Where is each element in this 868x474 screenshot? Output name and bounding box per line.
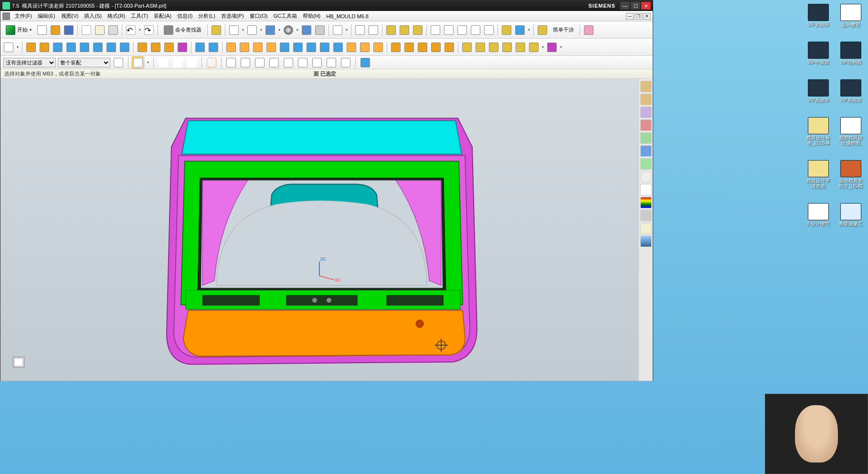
menu-info[interactable]: 信息(I) bbox=[174, 12, 195, 20]
desktop-icon-plastic[interactable]: 塑胶模具设计爆炸图 bbox=[837, 117, 864, 146]
tb-mold7-dd[interactable]: ▾ bbox=[559, 41, 563, 54]
tb-instance[interactable] bbox=[332, 41, 344, 54]
rb-cloud[interactable] bbox=[640, 236, 652, 247]
tb-meas2[interactable] bbox=[443, 24, 455, 36]
rb-nav[interactable] bbox=[640, 81, 652, 92]
tb-mold6-dd[interactable]: ▾ bbox=[541, 41, 545, 54]
tb-part2[interactable] bbox=[398, 24, 411, 36]
desktop-icon-vip2[interactable]: VIP中级班 bbox=[805, 42, 832, 65]
tb-view2[interactable] bbox=[246, 24, 258, 36]
menu-assembly[interactable]: 装配(A) bbox=[151, 12, 174, 20]
menu-tools[interactable]: 工具(T) bbox=[128, 12, 151, 20]
rb-part-nav[interactable] bbox=[640, 94, 652, 105]
tb-meas5[interactable] bbox=[483, 24, 495, 36]
sel-c3[interactable] bbox=[186, 56, 198, 69]
maximize-button[interactable]: ☐ bbox=[631, 2, 640, 10]
menu-edit[interactable]: 编辑(E) bbox=[35, 12, 58, 20]
tb-surf4[interactable] bbox=[430, 41, 442, 54]
desktop-icon-detail[interactable]: 9-设计细节 bbox=[805, 203, 832, 226]
sel-snap1[interactable] bbox=[132, 56, 144, 69]
tb-datum2[interactable] bbox=[38, 41, 51, 54]
snap-pt8[interactable] bbox=[325, 56, 338, 69]
desktop-icon-vip1[interactable]: VIP初级班 bbox=[805, 4, 832, 27]
snap-pt6[interactable] bbox=[296, 56, 309, 69]
tb-wcs1[interactable] bbox=[354, 24, 366, 36]
tb-subtract[interactable] bbox=[149, 41, 162, 54]
tb-shell[interactable] bbox=[265, 41, 277, 54]
snap-pt4[interactable] bbox=[268, 56, 280, 69]
snap-pt2[interactable] bbox=[239, 56, 252, 69]
menu-format[interactable]: 格式(R) bbox=[105, 12, 128, 20]
tb-draft2[interactable] bbox=[252, 41, 264, 54]
snap-pt1[interactable] bbox=[225, 56, 237, 69]
tb-scale[interactable] bbox=[292, 41, 304, 54]
rb-wifi[interactable] bbox=[640, 145, 652, 157]
tb-trim[interactable] bbox=[345, 41, 358, 54]
mdi-restore[interactable]: ❐ bbox=[635, 13, 642, 20]
tb-part3[interactable] bbox=[412, 24, 424, 36]
tb-split[interactable] bbox=[176, 41, 189, 54]
tb-mold7[interactable] bbox=[546, 41, 558, 54]
rb-reuse[interactable] bbox=[640, 119, 652, 131]
tb-mold6[interactable] bbox=[528, 41, 540, 54]
tb-draft[interactable] bbox=[500, 24, 513, 36]
tb-cyl[interactable] bbox=[92, 41, 104, 54]
tb-render-dd[interactable]: ▾ bbox=[296, 24, 299, 36]
save-button[interactable] bbox=[63, 24, 75, 36]
tb-extend[interactable] bbox=[359, 41, 371, 54]
tb-block[interactable] bbox=[78, 41, 91, 54]
sel-arrow[interactable] bbox=[112, 56, 125, 69]
snap-pt9[interactable] bbox=[339, 56, 352, 69]
minimize-button[interactable]: — bbox=[620, 2, 630, 10]
rb-book[interactable] bbox=[640, 158, 652, 170]
tb-revolve[interactable] bbox=[118, 41, 131, 54]
menu-file[interactable]: 文件(F) bbox=[12, 12, 35, 20]
tb-offset[interactable] bbox=[278, 41, 291, 54]
tb-sketch-dd[interactable]: ▾ bbox=[16, 41, 20, 54]
rb-history[interactable] bbox=[640, 132, 652, 144]
desktop-icon-vip3[interactable]: VIP高级班 bbox=[805, 79, 832, 103]
tb-datum[interactable] bbox=[25, 41, 37, 54]
tb-asm1[interactable] bbox=[210, 24, 222, 36]
tb-shade[interactable] bbox=[264, 24, 276, 36]
tb-layer-dd[interactable]: ▾ bbox=[345, 24, 349, 36]
tb-mold3[interactable] bbox=[487, 41, 500, 54]
tb-surf5[interactable] bbox=[443, 41, 455, 54]
sel-c1[interactable] bbox=[157, 56, 169, 69]
tb-meas4[interactable] bbox=[469, 24, 482, 36]
graphics-viewport[interactable]: ZC XC bbox=[0, 79, 653, 381]
tb-curvature[interactable] bbox=[514, 24, 526, 36]
menu-view[interactable]: 视图(V) bbox=[58, 12, 82, 20]
menu-analyze[interactable]: 分析(L) bbox=[195, 12, 218, 20]
menu-hbmould[interactable]: HB_MOULD M6.8 bbox=[323, 13, 371, 19]
tb-pocket[interactable] bbox=[207, 41, 220, 54]
tb-shade-dd[interactable]: ▾ bbox=[277, 24, 281, 36]
tb-pattern[interactable] bbox=[318, 41, 331, 54]
tb-intersect[interactable] bbox=[163, 41, 175, 54]
tb-curv-dd[interactable]: ▾ bbox=[527, 24, 531, 36]
menu-gctoolbox[interactable]: GC工具箱 bbox=[270, 12, 300, 20]
tb-blend[interactable] bbox=[225, 41, 237, 54]
tb-layer[interactable] bbox=[331, 24, 344, 36]
tb-view1-dd[interactable]: ▾ bbox=[241, 24, 245, 36]
undo-dropdown[interactable]: ▾ bbox=[138, 24, 142, 36]
paste-button[interactable] bbox=[107, 24, 119, 36]
tb-surf1[interactable] bbox=[390, 41, 402, 54]
tb-hole[interactable] bbox=[194, 41, 206, 54]
tb-ghost[interactable] bbox=[314, 24, 326, 36]
rb-asm-nav[interactable] bbox=[640, 107, 652, 118]
desktop-icon-angle[interactable]: 角度测量工 bbox=[837, 203, 864, 226]
tb-view1[interactable] bbox=[228, 24, 240, 36]
desktop-icon-edu[interactable]: 远兴教育 bbox=[837, 4, 864, 27]
tb-surf2[interactable] bbox=[403, 41, 415, 54]
tb-sync[interactable] bbox=[536, 24, 549, 36]
tb-view2-dd[interactable]: ▾ bbox=[259, 24, 263, 36]
tb-chamfer[interactable] bbox=[238, 41, 251, 54]
mdi-minimize[interactable]: — bbox=[626, 13, 634, 20]
start-button[interactable]: 开始▾ bbox=[2, 24, 35, 36]
tb-meas1[interactable] bbox=[429, 24, 442, 36]
menu-window[interactable]: 窗口(O) bbox=[247, 12, 271, 20]
rb-hd[interactable] bbox=[640, 210, 652, 221]
rb-clock[interactable] bbox=[640, 171, 652, 183]
tb-extrude[interactable] bbox=[52, 41, 64, 54]
